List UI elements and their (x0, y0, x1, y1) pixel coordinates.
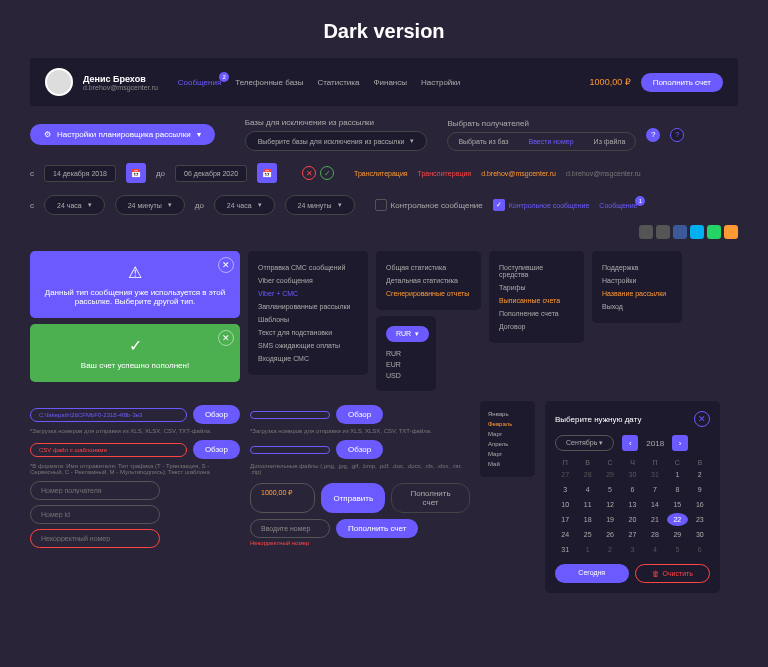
social-vk-icon[interactable] (639, 225, 653, 239)
social-rss-icon[interactable] (724, 225, 738, 239)
alert-close-icon[interactable]: ✕ (218, 257, 234, 273)
day[interactable]: 31 (645, 468, 665, 481)
day[interactable]: 27 (555, 468, 575, 481)
day[interactable]: 14 (645, 498, 665, 511)
menu4-item-3[interactable]: Выход (602, 300, 672, 313)
recipients-fromdb[interactable]: Выбрать из баз (448, 133, 518, 150)
menu3-item-4[interactable]: Договор (499, 320, 574, 333)
message-link[interactable]: Сообщение1 (599, 202, 637, 209)
confirm-icon[interactable]: ✓ (320, 166, 334, 180)
exclude-dropdown[interactable]: Выберите базы для исключения из рассылки (245, 131, 428, 151)
cancel-icon[interactable]: ✕ (302, 166, 316, 180)
day[interactable]: 27 (622, 528, 642, 541)
day[interactable]: 19 (600, 513, 620, 526)
menu4-item-1[interactable]: Настройки (602, 274, 672, 287)
menu3-item-0[interactable]: Поступившие средства (499, 261, 574, 281)
social-fb-icon[interactable] (673, 225, 687, 239)
browse-button-1[interactable]: Обзор (193, 405, 240, 424)
date-to-input[interactable]: 06 декабря 2020 (175, 165, 247, 182)
datepicker-close-icon[interactable]: ✕ (694, 411, 710, 427)
day[interactable]: 23 (690, 513, 710, 526)
hours-from-dropdown[interactable]: 24 часа (44, 195, 105, 215)
day[interactable]: 18 (577, 513, 597, 526)
topup-button[interactable]: Пополнить счет (641, 73, 723, 92)
datepicker-month-dropdown[interactable]: Сентябрь ▾ (555, 435, 614, 451)
day[interactable]: 26 (600, 528, 620, 541)
recipient-number-input[interactable] (30, 481, 160, 500)
day-selected[interactable]: 22 (667, 513, 687, 526)
day[interactable]: 13 (622, 498, 642, 511)
day[interactable]: 12 (600, 498, 620, 511)
minutes-to-dropdown[interactable]: 24 минуты (285, 195, 355, 215)
scheduler-settings-button[interactable]: ⚙Настройки планировщика рассылки▾ (30, 124, 215, 145)
nav-phonebases[interactable]: Телефонные базы (235, 78, 303, 87)
currency-eur[interactable]: EUR (386, 359, 426, 370)
nav-finance[interactable]: Финансы (373, 78, 407, 87)
translit-link-b[interactable]: Транслитерация (418, 170, 472, 177)
minutes-from-dropdown[interactable]: 24 минуты (115, 195, 185, 215)
day[interactable]: 2 (690, 468, 710, 481)
menu1-item-6[interactable]: SMS ожидающие оплаты (258, 339, 358, 352)
avatar[interactable] (45, 68, 73, 96)
month-may[interactable]: Май (488, 459, 527, 469)
nav-statistics[interactable]: Статистика (317, 78, 359, 87)
day[interactable]: 8 (667, 483, 687, 496)
day[interactable]: 3 (622, 543, 642, 556)
menu4-item-0[interactable]: Поддержка (602, 261, 672, 274)
menu1-item-3[interactable]: Запланированные рассылки (258, 300, 358, 313)
day[interactable]: 5 (667, 543, 687, 556)
datepicker-clear-button[interactable]: 🗑Очистить (635, 564, 711, 583)
day[interactable]: 28 (577, 468, 597, 481)
datepicker-next-icon[interactable]: › (672, 435, 688, 451)
currency-usd[interactable]: USD (386, 370, 426, 381)
day[interactable]: 21 (645, 513, 665, 526)
day[interactable]: 1 (667, 468, 687, 481)
menu3-item-3[interactable]: Пополнение счета (499, 307, 574, 320)
hours-to-dropdown[interactable]: 24 часа (214, 195, 275, 215)
social-tg-icon[interactable] (656, 225, 670, 239)
browse-button-3[interactable]: Обзор (336, 405, 383, 424)
menu1-item-2[interactable]: Viber + СМС (258, 287, 358, 300)
day[interactable]: 5 (600, 483, 620, 496)
day[interactable]: 4 (645, 543, 665, 556)
browse-button-4[interactable]: Обзор (336, 440, 383, 459)
help-icon[interactable]: ? (646, 128, 660, 142)
day[interactable]: 30 (622, 468, 642, 481)
day[interactable]: 11 (577, 498, 597, 511)
day[interactable]: 6 (622, 483, 642, 496)
menu1-item-0[interactable]: Отправка СМС сообщений (258, 261, 358, 274)
menu2-item-2[interactable]: Сгенерированные отчеты (386, 287, 471, 300)
day[interactable]: 30 (690, 528, 710, 541)
month-feb[interactable]: Февраль (488, 419, 527, 429)
browse-button-2[interactable]: Обзор (193, 440, 240, 459)
day[interactable]: 9 (690, 483, 710, 496)
bad-number-input[interactable] (30, 529, 160, 548)
menu1-item-1[interactable]: Viber сообщения (258, 274, 358, 287)
day[interactable]: 17 (555, 513, 575, 526)
topup-outline-button[interactable]: Пополнить счет (391, 483, 470, 513)
day[interactable]: 4 (577, 483, 597, 496)
menu1-item-4[interactable]: Шаблоны (258, 313, 358, 326)
day[interactable]: 31 (555, 543, 575, 556)
alert-success-close-icon[interactable]: ✕ (218, 330, 234, 346)
nav-settings[interactable]: Настройки (421, 78, 460, 87)
currency-dropdown[interactable]: RUR▾ (386, 326, 429, 342)
day[interactable]: 1 (577, 543, 597, 556)
day[interactable]: 20 (622, 513, 642, 526)
day[interactable]: 28 (645, 528, 665, 541)
translit-link-a[interactable]: Транслитерация (354, 170, 408, 177)
help-outline-icon[interactable]: ? (670, 128, 684, 142)
control-checkbox-unchecked[interactable] (375, 199, 387, 211)
day[interactable]: 24 (555, 528, 575, 541)
nav-messages[interactable]: Сообщения2 (178, 78, 221, 87)
day[interactable]: 6 (690, 543, 710, 556)
date-from-input[interactable]: 14 декабря 2018 (44, 165, 116, 182)
social-skype-icon[interactable] (690, 225, 704, 239)
day[interactable]: 25 (577, 528, 597, 541)
month-apr[interactable]: Апрель (488, 439, 527, 449)
day[interactable]: 3 (555, 483, 575, 496)
recipients-fromfile[interactable]: Из файла (584, 133, 636, 150)
recipients-manual[interactable]: Ввести номер (518, 133, 583, 150)
month-mar[interactable]: Март (488, 429, 527, 439)
day[interactable]: 15 (667, 498, 687, 511)
